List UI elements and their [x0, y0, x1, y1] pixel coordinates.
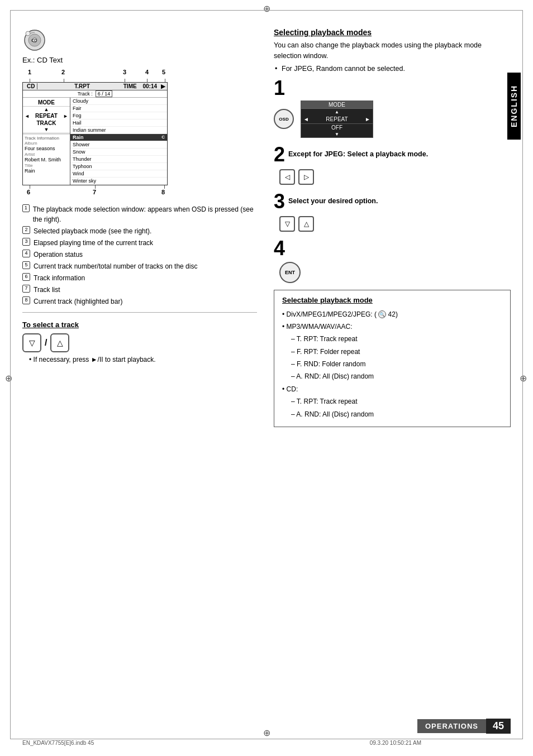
desc-text-6: Track information: [34, 273, 85, 283]
select-track-buttons: ▽ / △: [22, 333, 257, 352]
desc-num-6: 6: [22, 273, 30, 281]
desc-text-3: Elapsed playing time of the current trac…: [34, 238, 153, 248]
desc-item-5: 5 Current track number/total number of t…: [22, 261, 257, 271]
step-3-label: Select your desired option.: [288, 197, 378, 205]
osd-time-info: TIME 00:14 ▶: [123, 83, 165, 89]
mode-display-footer: OFF: [301, 124, 373, 131]
desc-item-2: 2 Selected playback mode (see the right)…: [22, 226, 257, 236]
down-button[interactable]: ▽: [22, 333, 41, 352]
desc-num-5: 5: [22, 261, 30, 269]
selectable-item-5: A. RND: All (Disc) random: [282, 371, 502, 382]
desc-text-8: Current track (highlighted bar): [34, 296, 122, 307]
step-2-label: Except for JPEG: Select a playback mode.: [288, 150, 428, 158]
osd-track-header: Track : 6 / 14: [23, 90, 167, 98]
page-border-top: [10, 10, 523, 11]
slash-separator: /: [45, 338, 47, 348]
up-button[interactable]: △: [50, 333, 69, 352]
osd-left-panel: MODE ▲ ◄ REPEAT ► TRACK ▼ Track Informat…: [23, 98, 70, 185]
selectable-item-8: A. RND: All (Disc) random: [282, 409, 502, 420]
osd-mode-row: MODE: [23, 99, 70, 107]
selectable-box: Selectable playback mode DivX/MPEG1/MPEG…: [274, 290, 511, 428]
osd-body: MODE ▲ ◄ REPEAT ► TRACK ▼ Track Informat…: [23, 98, 167, 185]
selecting-playback-title: Selecting playback modes: [274, 28, 511, 37]
mode-display-box: MODE ▲ ◄ REPEAT ► OFF ▼: [301, 101, 373, 138]
selectable-item-3: F. RPT: Folder repeat: [282, 346, 502, 357]
cd-icon: CD: [22, 28, 47, 52]
next-button[interactable]: ▷: [298, 169, 314, 185]
osd-cd-label: CD: [25, 83, 37, 89]
osd-button[interactable]: OSD: [274, 109, 294, 129]
selectable-item-2: T. RPT: Track repeat: [282, 333, 502, 344]
footer-left: EN_KDAVX7755[E]6.indb 45: [22, 740, 94, 746]
page-border-left: [10, 10, 11, 739]
desc-text-5: Current track number/total number of tra…: [34, 261, 197, 271]
svg-point-4: [26, 31, 30, 36]
desc-text-1: The playback mode selection window: appe…: [33, 204, 257, 224]
desc-num-1: 1: [22, 204, 30, 212]
step-2-number: 2: [274, 145, 285, 165]
down-option-button[interactable]: ▽: [279, 216, 295, 232]
track-item-winter-sky: Winter sky: [70, 178, 167, 185]
desc-num-3: 3: [22, 238, 30, 246]
desc-num-2: 2: [22, 226, 30, 234]
osd-trpt-label: T.RPT: [41, 83, 123, 89]
track-item-indian-summer: Indian summer: [70, 127, 167, 134]
callout-3: 3: [123, 69, 126, 75]
callout-1: 1: [28, 69, 31, 75]
ent-button[interactable]: ENT: [279, 262, 301, 283]
svg-text:CD: CD: [31, 39, 37, 42]
operations-label: OPERATIONS: [417, 719, 486, 733]
description-list: 1 The playback mode selection window: ap…: [22, 204, 257, 307]
track-item-fair: Fair: [70, 105, 167, 112]
desc-text-4: Operation status: [34, 250, 83, 260]
selectable-box-title: Selectable playback mode: [282, 296, 502, 304]
page-number: 45: [486, 719, 511, 734]
page-border-bottom: [10, 739, 523, 739]
track-item-typhoon: Typhoon: [70, 163, 167, 170]
intro-text: You can also change the playback modes u…: [274, 40, 511, 61]
desc-text-2: Selected playback mode (see the right).: [34, 226, 151, 236]
footer-right: 09.3.20 10:50:21 AM: [370, 740, 421, 746]
right-column: Selecting playback modes You can also ch…: [268, 22, 511, 725]
selectable-item-4: F. RND: Folder random: [282, 358, 502, 370]
osd-screenshot-wrapper: 1 2 3 4 5 CD T.RPT TIME: [22, 69, 257, 199]
playback-bullet: • If necessary, press ►/II to start play…: [22, 356, 257, 363]
reg-mark-left: ⊕: [3, 372, 14, 384]
main-content: CD Ex.: CD Text 1 2 3 4 5: [22, 22, 511, 725]
reg-mark-bottom: ⊕: [261, 727, 272, 738]
divider-1: [22, 312, 257, 313]
page-border-right: [522, 10, 523, 739]
ex-cd-text: Ex.: CD Text: [22, 56, 257, 64]
track-item-snow: Snow: [70, 149, 167, 156]
callout-2: 2: [61, 69, 65, 75]
track-item-thunder: Thunder: [70, 156, 167, 163]
track-item-fog: Fog: [70, 112, 167, 119]
osd-screenshot: CD T.RPT TIME 00:14 ▶ Track : 6 / 14: [22, 82, 168, 185]
prev-button[interactable]: ◁: [279, 169, 295, 185]
mode-display-middle: ◄ REPEAT ►: [301, 115, 373, 124]
desc-num-7: 7: [22, 285, 30, 293]
desc-item-1: 1 The playback mode selection window: ap…: [22, 204, 257, 224]
track-item-shower: Shower: [70, 141, 167, 149]
track-item-cloudy: Cloudy: [70, 98, 167, 105]
osd-track-info: Track Information Album Four seasons Art…: [23, 134, 70, 175]
desc-text-7: Track list: [34, 285, 60, 295]
callout-5: 5: [162, 69, 165, 75]
callout-4: 4: [145, 69, 149, 75]
step-1-number: 1: [274, 78, 511, 98]
track-item-wind: Wind: [70, 170, 167, 178]
osd-top-bar: CD T.RPT TIME 00:14 ▶: [23, 83, 167, 90]
selectable-item-1: MP3/WMA/WAV/AAC:: [282, 321, 502, 332]
track-item-rain-highlighted: RainC: [70, 134, 167, 141]
footer-text: EN_KDAVX7755[E]6.indb 45 09.3.20 10:50:2…: [22, 740, 421, 746]
select-track-title: To select a track: [22, 320, 257, 329]
desc-item-6: 6 Track information: [22, 273, 257, 283]
callout-7: 7: [93, 189, 96, 195]
selectable-item-6: CD:: [282, 384, 502, 395]
selectable-item-7: T. RPT: Track repeat: [282, 396, 502, 407]
up-option-button[interactable]: △: [298, 216, 314, 232]
callout-6: 6: [27, 189, 30, 195]
reg-mark-right: ⊕: [517, 372, 529, 384]
jpeg-bullet: For JPEG, Random cannot be selected.: [274, 65, 511, 73]
selectable-item-0: DivX/MPEG1/MPEG2/JPEG: ( 🔍 42): [282, 309, 502, 320]
